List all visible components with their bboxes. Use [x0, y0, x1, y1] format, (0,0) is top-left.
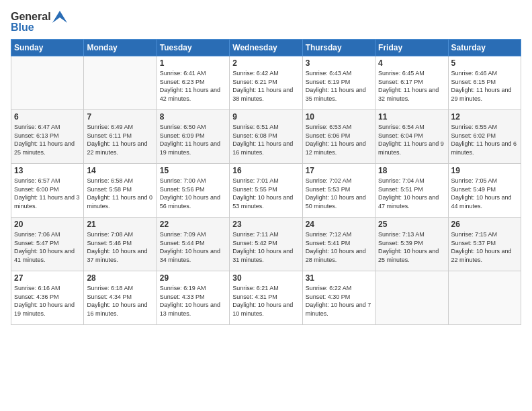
day-number: 28	[87, 273, 153, 283]
calendar-header-row: SundayMondayTuesdayWednesdayThursdayFrid…	[11, 40, 521, 56]
day-info: Sunrise: 6:46 AM Sunset: 6:15 PM Dayligh…	[451, 69, 518, 103]
day-number: 21	[87, 220, 153, 229]
day-number: 17	[306, 166, 372, 175]
calendar-cell: 29Sunrise: 6:19 AM Sunset: 4:33 PM Dayli…	[157, 271, 229, 325]
day-info: Sunrise: 6:50 AM Sunset: 6:09 PM Dayligh…	[160, 123, 226, 156]
weekday-header: Thursday	[302, 40, 375, 56]
day-info: Sunrise: 7:09 AM Sunset: 5:44 PM Dayligh…	[160, 230, 226, 264]
day-info: Sunrise: 6:51 AM Sunset: 6:08 PM Dayligh…	[232, 123, 299, 156]
weekday-header: Monday	[84, 40, 157, 56]
calendar-cell	[11, 56, 84, 110]
calendar-cell: 3Sunrise: 6:43 AM Sunset: 6:19 PM Daylig…	[302, 56, 375, 110]
day-info: Sunrise: 6:21 AM Sunset: 4:31 PM Dayligh…	[232, 284, 299, 318]
calendar-cell: 21Sunrise: 7:08 AM Sunset: 5:46 PM Dayli…	[84, 218, 157, 271]
day-number: 5	[451, 58, 518, 68]
day-info: Sunrise: 6:43 AM Sunset: 6:19 PM Dayligh…	[306, 69, 372, 103]
calendar-cell: 16Sunrise: 7:01 AM Sunset: 5:55 PM Dayli…	[230, 164, 302, 218]
calendar-cell: 24Sunrise: 7:12 AM Sunset: 5:41 PM Dayli…	[302, 218, 375, 271]
calendar-cell: 7Sunrise: 6:49 AM Sunset: 6:11 PM Daylig…	[84, 110, 157, 164]
day-info: Sunrise: 7:06 AM Sunset: 5:47 PM Dayligh…	[14, 230, 81, 264]
calendar-cell: 17Sunrise: 7:02 AM Sunset: 5:53 PM Dayli…	[302, 164, 375, 218]
calendar-cell: 5Sunrise: 6:46 AM Sunset: 6:15 PM Daylig…	[448, 56, 521, 110]
day-number: 22	[160, 220, 226, 229]
calendar-week-row: 13Sunrise: 6:57 AM Sunset: 6:00 PM Dayli…	[11, 164, 521, 218]
day-info: Sunrise: 7:04 AM Sunset: 5:51 PM Dayligh…	[378, 177, 445, 210]
day-number: 18	[378, 166, 445, 175]
calendar-cell: 12Sunrise: 6:55 AM Sunset: 6:02 PM Dayli…	[448, 110, 521, 164]
calendar-table: SundayMondayTuesdayWednesdayThursdayFrid…	[11, 39, 521, 325]
calendar-cell: 30Sunrise: 6:21 AM Sunset: 4:31 PM Dayli…	[230, 271, 302, 325]
day-number: 24	[306, 220, 372, 229]
day-info: Sunrise: 7:08 AM Sunset: 5:46 PM Dayligh…	[87, 230, 153, 264]
day-info: Sunrise: 7:01 AM Sunset: 5:55 PM Dayligh…	[232, 177, 299, 210]
calendar-cell: 25Sunrise: 7:13 AM Sunset: 5:39 PM Dayli…	[375, 218, 448, 271]
day-number: 29	[160, 273, 226, 283]
day-info: Sunrise: 6:19 AM Sunset: 4:33 PM Dayligh…	[160, 284, 226, 318]
day-info: Sunrise: 7:15 AM Sunset: 5:37 PM Dayligh…	[451, 230, 518, 264]
day-number: 6	[14, 112, 81, 122]
calendar-cell	[84, 56, 157, 110]
day-info: Sunrise: 6:57 AM Sunset: 6:00 PM Dayligh…	[14, 177, 81, 210]
calendar-cell: 11Sunrise: 6:54 AM Sunset: 6:04 PM Dayli…	[375, 110, 448, 164]
day-number: 9	[232, 112, 299, 122]
calendar-cell: 9Sunrise: 6:51 AM Sunset: 6:08 PM Daylig…	[230, 110, 302, 164]
calendar-cell: 13Sunrise: 6:57 AM Sunset: 6:00 PM Dayli…	[11, 164, 84, 218]
day-number: 31	[306, 273, 372, 283]
day-number: 16	[232, 166, 299, 175]
day-number: 27	[14, 273, 81, 283]
logo-blue: Blue	[11, 21, 34, 34]
day-info: Sunrise: 7:12 AM Sunset: 5:41 PM Dayligh…	[306, 230, 372, 264]
logo: General Blue	[11, 11, 67, 34]
day-info: Sunrise: 6:41 AM Sunset: 6:23 PM Dayligh…	[160, 69, 226, 103]
logo-bird-icon	[52, 11, 67, 23]
day-number: 2	[232, 58, 299, 68]
day-info: Sunrise: 6:47 AM Sunset: 6:13 PM Dayligh…	[14, 123, 81, 156]
day-number: 8	[160, 112, 226, 122]
weekday-header: Saturday	[448, 40, 521, 56]
day-info: Sunrise: 6:18 AM Sunset: 4:34 PM Dayligh…	[87, 284, 153, 318]
calendar-cell: 31Sunrise: 6:22 AM Sunset: 4:30 PM Dayli…	[302, 271, 375, 325]
calendar-body: 1Sunrise: 6:41 AM Sunset: 6:23 PM Daylig…	[11, 56, 521, 325]
logo-container: General Blue	[11, 11, 67, 34]
day-info: Sunrise: 6:54 AM Sunset: 6:04 PM Dayligh…	[378, 123, 445, 156]
day-number: 23	[232, 220, 299, 229]
calendar-cell	[375, 271, 448, 325]
calendar-cell: 6Sunrise: 6:47 AM Sunset: 6:13 PM Daylig…	[11, 110, 84, 164]
calendar-cell: 1Sunrise: 6:41 AM Sunset: 6:23 PM Daylig…	[157, 56, 229, 110]
day-number: 15	[160, 166, 226, 175]
day-number: 30	[232, 273, 299, 283]
day-number: 7	[87, 112, 153, 122]
calendar-cell: 15Sunrise: 7:00 AM Sunset: 5:56 PM Dayli…	[157, 164, 229, 218]
day-info: Sunrise: 7:11 AM Sunset: 5:42 PM Dayligh…	[232, 230, 299, 264]
calendar-cell: 19Sunrise: 7:05 AM Sunset: 5:49 PM Dayli…	[448, 164, 521, 218]
day-number: 19	[451, 166, 518, 175]
calendar-cell	[448, 271, 521, 325]
weekday-header: Sunday	[11, 40, 84, 56]
day-number: 12	[451, 112, 518, 122]
calendar-week-row: 1Sunrise: 6:41 AM Sunset: 6:23 PM Daylig…	[11, 56, 521, 110]
day-number: 11	[378, 112, 445, 122]
day-number: 14	[87, 166, 153, 175]
weekday-header: Friday	[375, 40, 448, 56]
day-info: Sunrise: 6:42 AM Sunset: 6:21 PM Dayligh…	[232, 69, 299, 103]
day-info: Sunrise: 6:49 AM Sunset: 6:11 PM Dayligh…	[87, 123, 153, 156]
calendar-cell: 22Sunrise: 7:09 AM Sunset: 5:44 PM Dayli…	[157, 218, 229, 271]
day-info: Sunrise: 6:53 AM Sunset: 6:06 PM Dayligh…	[306, 123, 372, 156]
svg-marker-0	[52, 11, 67, 23]
calendar-cell: 10Sunrise: 6:53 AM Sunset: 6:06 PM Dayli…	[302, 110, 375, 164]
day-info: Sunrise: 7:05 AM Sunset: 5:49 PM Dayligh…	[451, 177, 518, 210]
day-info: Sunrise: 6:55 AM Sunset: 6:02 PM Dayligh…	[451, 123, 518, 156]
calendar-cell: 26Sunrise: 7:15 AM Sunset: 5:37 PM Dayli…	[448, 218, 521, 271]
calendar-cell: 8Sunrise: 6:50 AM Sunset: 6:09 PM Daylig…	[157, 110, 229, 164]
day-info: Sunrise: 6:45 AM Sunset: 6:17 PM Dayligh…	[378, 69, 445, 103]
calendar-cell: 23Sunrise: 7:11 AM Sunset: 5:42 PM Dayli…	[230, 218, 302, 271]
day-info: Sunrise: 6:58 AM Sunset: 5:58 PM Dayligh…	[87, 177, 153, 210]
day-number: 25	[378, 220, 445, 229]
day-info: Sunrise: 6:16 AM Sunset: 4:36 PM Dayligh…	[14, 284, 81, 318]
calendar-week-row: 20Sunrise: 7:06 AM Sunset: 5:47 PM Dayli…	[11, 218, 521, 271]
calendar-cell: 4Sunrise: 6:45 AM Sunset: 6:17 PM Daylig…	[375, 56, 448, 110]
calendar-cell: 28Sunrise: 6:18 AM Sunset: 4:34 PM Dayli…	[84, 271, 157, 325]
calendar-cell: 2Sunrise: 6:42 AM Sunset: 6:21 PM Daylig…	[230, 56, 302, 110]
weekday-header: Wednesday	[230, 40, 302, 56]
day-info: Sunrise: 7:02 AM Sunset: 5:53 PM Dayligh…	[306, 177, 372, 210]
